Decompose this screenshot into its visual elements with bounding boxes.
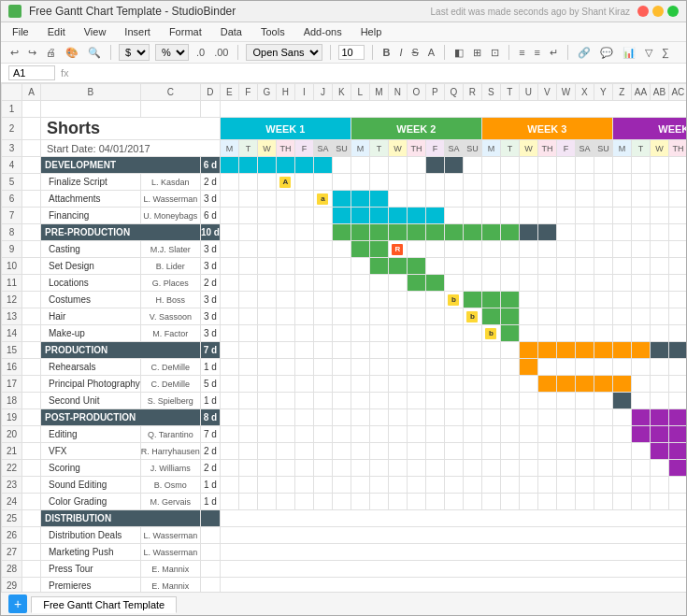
cell-a27[interactable] bbox=[22, 544, 41, 561]
cell-b1[interactable] bbox=[41, 101, 141, 118]
decimal-more[interactable]: .0 bbox=[194, 46, 207, 59]
menu-insert[interactable]: Insert bbox=[121, 24, 154, 39]
cell-a2[interactable] bbox=[22, 118, 41, 140]
col-header-l[interactable]: L bbox=[351, 84, 369, 101]
col-header-c[interactable]: C bbox=[140, 84, 200, 101]
italic-icon[interactable]: I bbox=[397, 46, 404, 59]
col-header-g[interactable]: G bbox=[257, 84, 276, 101]
merge-icon[interactable]: ⊡ bbox=[489, 46, 501, 60]
cell-a4[interactable] bbox=[22, 157, 41, 174]
cell-a24[interactable] bbox=[22, 494, 41, 510]
font-select[interactable]: Open Sans bbox=[246, 44, 322, 61]
cell-a7[interactable] bbox=[22, 208, 41, 224]
col-header-j[interactable]: J bbox=[313, 84, 332, 101]
fill-color-icon[interactable]: ◧ bbox=[452, 46, 465, 60]
close-btn[interactable] bbox=[637, 6, 649, 17]
cell-a26[interactable] bbox=[22, 527, 41, 544]
col-header-e[interactable]: E bbox=[220, 84, 238, 101]
undo-icon[interactable]: ↩ bbox=[8, 46, 21, 60]
border-icon[interactable]: ⊞ bbox=[471, 46, 483, 60]
cell-a17[interactable] bbox=[22, 376, 41, 393]
cell-a20[interactable] bbox=[22, 426, 41, 443]
menu-tools[interactable]: Tools bbox=[257, 24, 289, 39]
col-header-y[interactable]: Y bbox=[594, 84, 612, 101]
print-icon[interactable]: 🖨 bbox=[44, 46, 58, 59]
menu-file[interactable]: File bbox=[8, 24, 33, 39]
col-header-u[interactable]: U bbox=[519, 84, 537, 101]
col-header-d[interactable]: D bbox=[200, 84, 220, 101]
col-header-a[interactable]: A bbox=[22, 84, 41, 101]
col-header-aa[interactable]: AA bbox=[631, 84, 650, 101]
col-header-t[interactable]: T bbox=[500, 84, 519, 101]
cell-e1-rest[interactable] bbox=[220, 101, 686, 118]
minimize-btn[interactable] bbox=[652, 6, 664, 17]
col-header-n[interactable]: N bbox=[388, 84, 407, 101]
menu-help[interactable]: Help bbox=[357, 24, 386, 39]
sheet-container[interactable]: A B C D E F G H I J K L M N bbox=[1, 83, 686, 592]
cell-a21[interactable] bbox=[22, 443, 41, 460]
cell-a18[interactable] bbox=[22, 393, 41, 409]
filter-icon[interactable]: ▽ bbox=[643, 46, 654, 60]
currency-select[interactable]: $ bbox=[119, 44, 150, 61]
col-header-v[interactable]: V bbox=[537, 84, 556, 101]
cell-a11[interactable] bbox=[22, 275, 41, 292]
cell-a10[interactable] bbox=[22, 258, 41, 275]
comment-icon[interactable]: 💬 bbox=[598, 46, 615, 60]
col-header-w[interactable]: W bbox=[556, 84, 575, 101]
menu-view[interactable]: View bbox=[80, 24, 110, 39]
cell-a29[interactable] bbox=[22, 578, 41, 593]
add-sheet-btn[interactable]: + bbox=[8, 595, 27, 613]
function-icon[interactable]: ∑ bbox=[660, 46, 671, 59]
col-header-o[interactable]: O bbox=[407, 84, 425, 101]
cell-a28[interactable] bbox=[22, 561, 41, 578]
font-color-icon[interactable]: A bbox=[426, 46, 437, 59]
cell-a12[interactable] bbox=[22, 292, 41, 308]
align-left-icon[interactable]: ≡ bbox=[517, 46, 526, 59]
cell-d1[interactable] bbox=[200, 101, 220, 118]
col-header-h[interactable]: H bbox=[276, 84, 294, 101]
bold-icon[interactable]: B bbox=[380, 46, 392, 59]
cell-a22[interactable] bbox=[22, 460, 41, 477]
col-header-q[interactable]: Q bbox=[444, 84, 463, 101]
menu-format[interactable]: Format bbox=[165, 24, 206, 39]
col-header-s[interactable]: S bbox=[481, 84, 500, 101]
redo-icon[interactable]: ↪ bbox=[26, 46, 38, 60]
menu-addons[interactable]: Add-ons bbox=[300, 24, 346, 39]
cell-a1[interactable] bbox=[22, 101, 41, 118]
chart-icon[interactable]: 📊 bbox=[621, 46, 637, 60]
align-center-icon[interactable]: ≡ bbox=[533, 46, 542, 59]
formula-input[interactable] bbox=[75, 67, 679, 79]
cell-a8[interactable] bbox=[22, 224, 41, 241]
col-header-b[interactable]: B bbox=[41, 84, 141, 101]
decimal-less[interactable]: .00 bbox=[212, 46, 230, 59]
wrap-icon[interactable]: ↵ bbox=[548, 46, 560, 60]
col-header-k[interactable]: K bbox=[332, 84, 351, 101]
cell-reference-input[interactable] bbox=[8, 65, 55, 80]
zoom-icon[interactable]: 🔍 bbox=[86, 46, 103, 60]
menu-edit[interactable]: Edit bbox=[44, 24, 69, 39]
cell-c1[interactable] bbox=[140, 101, 200, 118]
col-header-r[interactable]: R bbox=[463, 84, 481, 101]
maximize-btn[interactable] bbox=[667, 6, 679, 17]
col-header-ab[interactable]: AB bbox=[650, 84, 668, 101]
cell-a23[interactable] bbox=[22, 477, 41, 494]
col-header-x[interactable]: X bbox=[575, 84, 594, 101]
link-icon[interactable]: 🔗 bbox=[576, 46, 593, 60]
col-header-i[interactable]: I bbox=[294, 84, 313, 101]
col-header-m[interactable]: M bbox=[369, 84, 388, 101]
cell-a19[interactable] bbox=[22, 409, 41, 426]
sheet-tab-gantt[interactable]: Free Gantt Chart Template bbox=[31, 596, 177, 613]
col-header-f[interactable]: F bbox=[238, 84, 257, 101]
cell-a3[interactable] bbox=[22, 140, 41, 157]
strikethrough-icon[interactable]: S bbox=[410, 46, 421, 59]
cell-a25[interactable] bbox=[22, 510, 41, 527]
paint-icon[interactable]: 🎨 bbox=[64, 46, 80, 60]
cell-a6[interactable] bbox=[22, 191, 41, 208]
cell-a16[interactable] bbox=[22, 359, 41, 376]
col-header-ac[interactable]: AC bbox=[668, 84, 686, 101]
cell-a9[interactable] bbox=[22, 241, 41, 258]
percent-select[interactable]: % bbox=[155, 44, 189, 61]
font-size-input[interactable] bbox=[338, 45, 365, 60]
cell-a14[interactable] bbox=[22, 325, 41, 342]
cell-a13[interactable] bbox=[22, 308, 41, 325]
